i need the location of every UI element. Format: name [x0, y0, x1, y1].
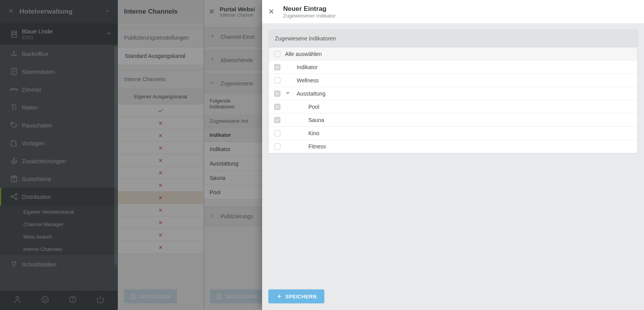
modal-close-icon[interactable]: ✕: [268, 7, 283, 16]
channel-status-row[interactable]: [118, 104, 203, 117]
channel-status-row[interactable]: [118, 117, 203, 129]
x-icon: [158, 207, 163, 213]
channel-status-row[interactable]: [118, 179, 203, 192]
chevron-down-icon[interactable]: [285, 90, 292, 97]
indicator-label: Wellness: [297, 77, 319, 84]
save-label: SPEICHERN: [226, 294, 257, 300]
checkbox[interactable]: [274, 143, 280, 150]
smile-icon[interactable]: [41, 295, 49, 305]
accordion-section[interactable]: Channel-Einst: [204, 27, 262, 47]
panel1-save-button[interactable]: SPEICHERN: [124, 289, 177, 303]
indicator-check-row[interactable]: Fitness: [269, 140, 637, 153]
checkbox[interactable]: [274, 104, 280, 110]
power-icon[interactable]: [96, 295, 105, 305]
indicator-label: Pool: [308, 104, 319, 110]
subnav-item[interactable]: Eigener Vertriebskanal: [0, 206, 118, 218]
accordion-label: Publizierungs: [220, 213, 253, 219]
nav-item-schnittstellen[interactable]: Schnittstellen: [0, 255, 118, 273]
nav-item-stammdaten[interactable]: Stammdaten: [0, 63, 118, 80]
x-icon: [158, 195, 163, 200]
channel-status-row[interactable]: [118, 154, 203, 167]
nav-item-vorlagen[interactable]: Vorlagen: [0, 134, 118, 152]
x-icon: [158, 120, 163, 126]
indicator-check-row[interactable]: Pool: [269, 100, 637, 113]
checkbox[interactable]: [274, 91, 280, 97]
x-icon: [158, 183, 163, 188]
channel-status-row[interactable]: [118, 142, 203, 154]
hotel-name: Blaue Linde: [22, 28, 106, 35]
indicator-row[interactable]: Indikator: [204, 142, 262, 157]
back-icon[interactable]: [8, 8, 19, 16]
indicator-check-row[interactable]: Indikator: [269, 61, 637, 74]
channel-status-row[interactable]: [118, 192, 203, 204]
tag-icon: [6, 121, 22, 129]
modal-save-button[interactable]: SPEICHERN: [268, 289, 324, 303]
nav-item-backoffice[interactable]: Backoffice: [0, 45, 118, 63]
channel-status-row[interactable]: [118, 229, 203, 241]
panel2-close-icon[interactable]: ✕: [209, 7, 220, 16]
sidebar-scrollbar[interactable]: [114, 46, 118, 268]
channel-status-row[interactable]: [118, 167, 203, 179]
accordion-section[interactable]: Abweichende: [204, 51, 262, 70]
nav-item-raten[interactable]: Raten: [0, 98, 118, 116]
svg-rect-0: [12, 31, 17, 37]
channel-status-row[interactable]: [118, 216, 203, 229]
subnav-item[interactable]: Meta Search: [0, 230, 118, 243]
checkbox[interactable]: [274, 64, 280, 70]
nav-item-zimmer[interactable]: Zimmer: [0, 80, 118, 98]
select-all-row[interactable]: Alle auswählen: [269, 47, 637, 61]
x-icon: [158, 245, 163, 250]
nav-item-gutscheine[interactable]: Gutscheine: [0, 170, 118, 188]
nav-label: Zimmer: [22, 86, 42, 93]
indicator-row[interactable]: Pool: [204, 185, 262, 200]
indicator-row[interactable]: Ausstattung: [204, 157, 262, 171]
hotel-selector[interactable]: Blaue Linde 3353: [0, 23, 118, 45]
bell-icon: [6, 49, 22, 58]
nav-item-zusatzleistungen[interactable]: Zusatzleistungen: [0, 152, 118, 170]
panel2-save-button[interactable]: SPEICHERN: [210, 289, 263, 303]
chevron-icon: [210, 213, 215, 220]
svg-point-10: [12, 123, 12, 124]
subnav-item[interactable]: Interne Channels: [0, 243, 118, 255]
subnav-item[interactable]: Channel Manager: [0, 218, 118, 230]
svg-point-20: [44, 299, 44, 299]
indicator-label: Sauna: [308, 117, 324, 123]
accordion-label: Abweichende: [220, 57, 253, 63]
accordion-section[interactable]: Zugewiesene: [204, 74, 262, 93]
indicator-check-row[interactable]: Ausstattung: [269, 87, 637, 100]
nav-item-pauschalen[interactable]: Pauschalen: [0, 116, 118, 134]
sidebar: Hotelverwaltung Blaue Linde 3353 Backoff…: [0, 0, 118, 310]
save-label: SPEICHERN: [285, 294, 317, 300]
indicator-column-header: Indikator: [204, 128, 262, 142]
channel-status-row[interactable]: [118, 204, 203, 216]
checkbox[interactable]: [274, 77, 280, 84]
check-icon: [158, 108, 164, 114]
indicator-check-row[interactable]: Kino: [269, 127, 637, 140]
nav-label: Distribution: [22, 193, 51, 200]
panel2-footer: SPEICHERN: [204, 283, 262, 310]
checkbox[interactable]: [274, 117, 280, 123]
select-all-checkbox[interactable]: [274, 51, 280, 57]
nav-label: Stammdaten: [22, 68, 55, 75]
chevron-icon: [210, 33, 215, 40]
channel-status-row[interactable]: [118, 241, 203, 254]
sidebar-header: Hotelverwaltung: [0, 0, 118, 23]
user-icon[interactable]: [13, 295, 22, 305]
help-icon[interactable]: [68, 295, 77, 305]
standard-output-channel[interactable]: Standard Ausgangskanal: [118, 47, 203, 65]
indicator-check-row[interactable]: Wellness: [269, 74, 637, 87]
checkbox[interactable]: [274, 130, 280, 136]
channel-status-row[interactable]: [118, 129, 203, 142]
indicator-check-row[interactable]: Sauna: [269, 113, 637, 127]
app-dropdown-icon[interactable]: [105, 8, 110, 15]
svg-rect-1: [12, 32, 13, 33]
nav-item-distribution[interactable]: Distribution: [0, 188, 118, 206]
x-icon: [158, 158, 163, 163]
chevron-icon: [210, 80, 215, 87]
accordion-section[interactable]: Publizierungs: [204, 207, 262, 226]
indicator-row[interactable]: Sauna: [204, 171, 262, 185]
svg-point-5: [13, 52, 15, 53]
indicator-label: Kino: [308, 130, 319, 136]
svg-line-17: [12, 197, 15, 199]
panel1-footer: SPEICHERN: [118, 283, 204, 310]
